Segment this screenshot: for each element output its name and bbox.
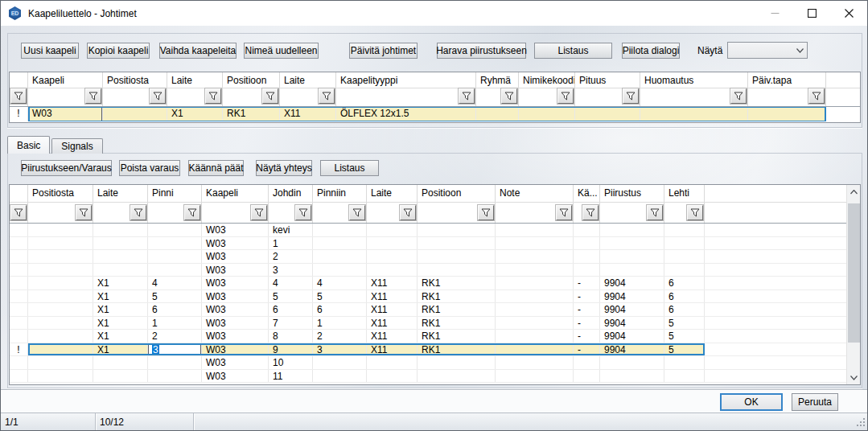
column-header[interactable]: Ryhmä: [476, 72, 519, 88]
grid-cell[interactable]: [313, 224, 367, 236]
column-header[interactable]: Nimikekoodi: [519, 72, 575, 88]
grid-cell[interactable]: [476, 107, 519, 121]
grid-cell[interactable]: [28, 237, 93, 250]
filter-button[interactable]: [76, 205, 92, 220]
column-header[interactable]: Laite: [280, 72, 336, 88]
filter-button[interactable]: [647, 205, 663, 220]
grid-cell[interactable]: RK1: [223, 107, 280, 121]
column-header[interactable]: Piirustus: [600, 185, 664, 202]
column-header[interactable]: Pinniin: [313, 185, 367, 202]
grid-cell[interactable]: [28, 356, 93, 369]
grid-cell[interactable]: [367, 370, 418, 383]
filter-button[interactable]: [10, 88, 27, 104]
filter-button[interactable]: [556, 205, 572, 220]
grid-cell[interactable]: 6: [664, 290, 705, 303]
grid-cell[interactable]: [664, 237, 705, 250]
column-header[interactable]: Laite: [167, 72, 223, 88]
grid-cell[interactable]: 5: [148, 290, 202, 303]
grid-cell[interactable]: -: [574, 317, 600, 330]
grid-cell[interactable]: [600, 224, 664, 236]
grid-cell[interactable]: [748, 107, 826, 121]
grid-cell[interactable]: [28, 343, 93, 356]
grid-cell[interactable]: 6: [269, 303, 313, 316]
filter-button[interactable]: [10, 205, 27, 220]
grid-cell[interactable]: W03: [202, 303, 269, 316]
grid-cell[interactable]: [148, 250, 202, 263]
grid-cell[interactable]: [664, 370, 705, 383]
column-header[interactable]: Positioon: [223, 72, 280, 88]
grid-cell[interactable]: [600, 264, 664, 277]
table-row[interactable]: W033: [10, 264, 860, 277]
grid-cell[interactable]: [28, 224, 93, 236]
scroll-down-button[interactable]: [847, 371, 861, 384]
grid-cell[interactable]: [418, 356, 496, 369]
grid-cell[interactable]: 7: [269, 317, 313, 330]
grid-cell[interactable]: 3: [269, 264, 313, 277]
filter-button[interactable]: [205, 88, 221, 104]
resize-grip[interactable]: [857, 416, 866, 430]
grid-cell[interactable]: 3: [313, 343, 367, 356]
harava-to-drawing-button[interactable]: Harava piirustukseen: [437, 43, 526, 59]
grid-cell[interactable]: -: [574, 343, 600, 356]
grid-cell[interactable]: [28, 277, 93, 289]
scroll-up-button[interactable]: [847, 185, 861, 199]
grid-cell[interactable]: X11: [367, 343, 418, 356]
grid-cell[interactable]: [313, 370, 367, 383]
grid-cell[interactable]: W03: [202, 330, 269, 343]
grid-cell[interactable]: 8: [269, 330, 313, 343]
grid-cell[interactable]: 6: [664, 303, 705, 316]
column-header[interactable]: Note: [496, 185, 574, 202]
grid-cell[interactable]: [313, 356, 367, 369]
table-row[interactable]: W0310: [10, 356, 860, 370]
grid-cell[interactable]: [496, 224, 574, 236]
grid-cell[interactable]: 6: [148, 303, 202, 316]
show-dropdown[interactable]: [727, 42, 808, 59]
grid-cell[interactable]: W03: [202, 237, 269, 250]
filter-button[interactable]: [319, 88, 335, 104]
cancel-button[interactable]: Peruuta: [792, 393, 838, 411]
grid-cell[interactable]: -: [574, 303, 600, 316]
grid-cell[interactable]: [496, 317, 574, 330]
grid-cell[interactable]: [418, 264, 496, 277]
column-header[interactable]: Positiosta: [103, 72, 167, 88]
grid-cell[interactable]: [418, 370, 496, 383]
grid-cell[interactable]: 5: [269, 290, 313, 303]
grid-cell[interactable]: [367, 250, 418, 263]
grid-cell[interactable]: [367, 224, 418, 236]
grid-cell[interactable]: [367, 237, 418, 250]
grid-cell[interactable]: [664, 264, 705, 277]
grid-cell[interactable]: [418, 224, 496, 236]
to-drawing-reserve-button[interactable]: Piirustukseen/Varaus: [21, 160, 112, 176]
filter-button[interactable]: [730, 88, 747, 104]
grid-cell[interactable]: 1: [269, 237, 313, 250]
grid-cell[interactable]: W03: [202, 343, 269, 356]
grid-cell[interactable]: W03: [202, 356, 269, 369]
copy-cable-button[interactable]: Kopioi kaapeli: [87, 43, 150, 59]
grid-cell[interactable]: X1: [167, 107, 223, 121]
grid-cell[interactable]: [574, 356, 600, 369]
grid-cell[interactable]: X1: [93, 303, 148, 316]
table-row[interactable]: !W03X1RK1X11ÖLFLEX 12x1.5: [10, 107, 860, 121]
grid-cell[interactable]: X11: [280, 107, 336, 121]
ok-button[interactable]: OK: [720, 393, 783, 411]
rename-button[interactable]: Nimeä uudelleen: [244, 43, 319, 59]
grid-cell[interactable]: [574, 237, 600, 250]
grid-cell[interactable]: [664, 250, 705, 263]
grid-cell[interactable]: 2: [313, 330, 367, 343]
grid-cell[interactable]: RK1: [418, 303, 496, 316]
grid-cell[interactable]: kevi: [269, 224, 313, 236]
grid-cell[interactable]: W03: [202, 250, 269, 263]
grid-cell[interactable]: 1: [313, 317, 367, 330]
grid-cell[interactable]: RK1: [418, 317, 496, 330]
grid-cell[interactable]: W03: [202, 290, 269, 303]
grid-cell[interactable]: [28, 317, 93, 330]
grid-cell[interactable]: [519, 107, 575, 121]
filter-button[interactable]: [459, 88, 475, 104]
remove-reserve-button[interactable]: Poista varaus: [119, 160, 180, 176]
grid-cell[interactable]: 6: [664, 277, 705, 289]
grid-cell[interactable]: [640, 107, 748, 121]
grid-cell[interactable]: RK1: [418, 330, 496, 343]
grid-cell[interactable]: 9904: [600, 317, 664, 330]
grid-cell[interactable]: [496, 330, 574, 343]
grid-cell[interactable]: [574, 370, 600, 383]
